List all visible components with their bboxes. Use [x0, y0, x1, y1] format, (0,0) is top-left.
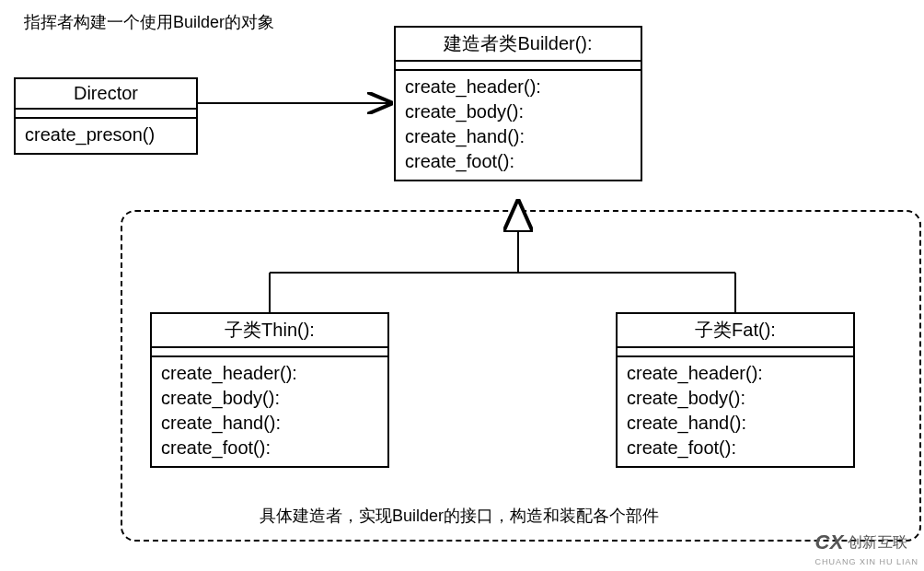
note-director: 指挥者构建一个使用Builder的对象 [24, 11, 274, 33]
watermark: CX 创新互联 CHUANG XIN HU LIAN [814, 530, 918, 567]
class-builder-mid [396, 62, 641, 71]
class-director: Director create_preson() [14, 77, 198, 155]
class-thin-mid [152, 348, 387, 357]
method-create-preson: create_preson() [25, 122, 187, 147]
watermark-brand-py: CHUANG XIN HU LIAN [814, 557, 918, 566]
class-fat-mid [618, 348, 853, 357]
class-builder: 建造者类Builder(): create_header(): create_b… [394, 26, 642, 181]
class-builder-methods: create_header(): create_body(): create_h… [396, 71, 641, 180]
method-create-foot: create_foot(): [405, 149, 631, 174]
method-create-header: create_header(): [627, 361, 844, 386]
method-create-header: create_header(): [161, 361, 378, 386]
method-create-foot: create_foot(): [161, 436, 378, 460]
method-create-hand: create_hand(): [161, 411, 378, 436]
class-director-title: Director [16, 79, 196, 110]
watermark-logo: CX [814, 530, 844, 554]
method-create-body: create_body(): [161, 386, 378, 411]
note-concrete-builder: 具体建造者，实现Builder的接口，构造和装配各个部件 [260, 505, 659, 527]
class-thin: 子类Thin(): create_header(): create_body()… [150, 312, 389, 468]
method-create-foot: create_foot(): [627, 436, 844, 460]
class-thin-title: 子类Thin(): [152, 314, 387, 348]
method-create-body: create_body(): [627, 386, 844, 411]
class-fat-methods: create_header(): create_body(): create_h… [618, 357, 853, 466]
method-create-hand: create_hand(): [405, 124, 631, 149]
method-create-hand: create_hand(): [627, 411, 844, 436]
watermark-brand-cn: 创新互联 [848, 534, 908, 550]
class-fat: 子类Fat(): create_header(): create_body():… [616, 312, 855, 468]
class-director-methods: create_preson() [16, 119, 196, 153]
method-create-header: create_header(): [405, 75, 631, 99]
class-fat-title: 子类Fat(): [618, 314, 853, 348]
class-director-mid [16, 110, 196, 119]
method-create-body: create_body(): [405, 99, 631, 124]
class-thin-methods: create_header(): create_body(): create_h… [152, 357, 387, 466]
class-builder-title: 建造者类Builder(): [396, 28, 641, 62]
